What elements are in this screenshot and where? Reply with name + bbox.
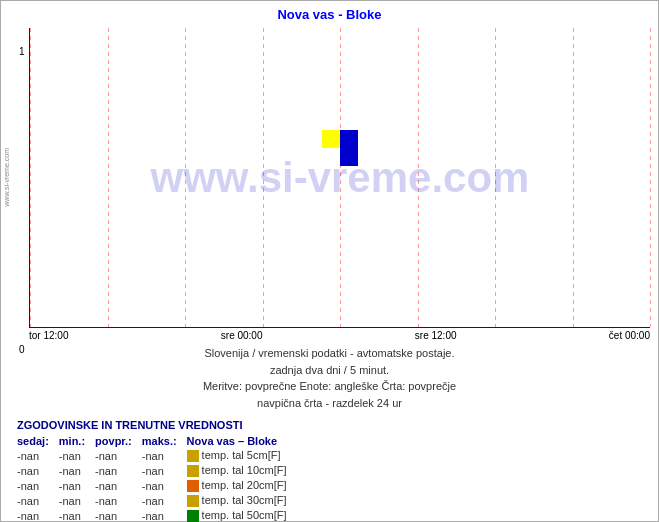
- table-cell: -nan: [95, 448, 142, 463]
- caption-area: Slovenija / vremenski podatki - avtomats…: [1, 345, 658, 411]
- side-watermark: www.si-vreme.com: [3, 148, 10, 207]
- table-cell: -nan: [142, 463, 187, 478]
- caption-line-2: Meritve: povprečne Enote: angleške Črta:…: [1, 378, 658, 395]
- table-cell: -nan: [95, 463, 142, 478]
- table-cell: -nan: [142, 508, 187, 522]
- table-row: -nan-nan-nan-nantemp. tal 50cm[F]: [17, 508, 297, 522]
- color-swatch: [187, 510, 199, 522]
- col-header-povpr: povpr.:: [95, 434, 142, 448]
- table-cell: -nan: [59, 493, 95, 508]
- y-label-top: 1: [19, 46, 25, 57]
- table-cell-label: temp. tal 5cm[F]: [187, 448, 297, 463]
- table-cell: -nan: [17, 493, 59, 508]
- table-cell: -nan: [59, 508, 95, 522]
- chart-area: www.si-vreme.com: [29, 28, 650, 328]
- x-label-3: čet 00:00: [609, 330, 650, 341]
- table-cell: -nan: [95, 493, 142, 508]
- x-label-2: sre 12:00: [415, 330, 457, 341]
- caption-line-3: navpična črta - razdelek 24 ur: [1, 395, 658, 412]
- table-cell-label: temp. tal 30cm[F]: [187, 493, 297, 508]
- table-row: -nan-nan-nan-nantemp. tal 10cm[F]: [17, 463, 297, 478]
- table-row: -nan-nan-nan-nantemp. tal 20cm[F]: [17, 478, 297, 493]
- col-header-station: Nova vas – Bloke: [187, 434, 297, 448]
- table-cell-label: temp. tal 50cm[F]: [187, 508, 297, 522]
- caption-line-0: Slovenija / vremenski podatki - avtomats…: [1, 345, 658, 362]
- table-row: -nan-nan-nan-nantemp. tal 30cm[F]: [17, 493, 297, 508]
- color-swatch: [187, 480, 199, 492]
- table-title: ZGODOVINSKE IN TRENUTNE VREDNOSTI: [17, 419, 658, 431]
- caption-line-1: zadnja dva dni / 5 minut.: [1, 362, 658, 379]
- table-cell: -nan: [17, 448, 59, 463]
- table-cell-label: temp. tal 20cm[F]: [187, 478, 297, 493]
- table-cell: -nan: [59, 448, 95, 463]
- x-labels: tor 12:00 sre 00:00 sre 12:00 čet 00:00: [29, 328, 650, 341]
- color-swatch: [187, 450, 199, 462]
- color-swatch: [187, 465, 199, 477]
- x-label-0: tor 12:00: [29, 330, 68, 341]
- table-cell: -nan: [59, 478, 95, 493]
- col-header-min: min.:: [59, 434, 95, 448]
- table-header-row: sedaj: min.: povpr.: maks.: Nova vas – B…: [17, 434, 297, 448]
- table-cell: -nan: [142, 478, 187, 493]
- main-container: Nova vas - Bloke www.si-vreme.com 1 0: [0, 0, 659, 522]
- table-row: -nan-nan-nan-nantemp. tal 5cm[F]: [17, 448, 297, 463]
- col-header-maks: maks.:: [142, 434, 187, 448]
- table-cell: -nan: [17, 463, 59, 478]
- table-section: ZGODOVINSKE IN TRENUTNE VREDNOSTI sedaj:…: [17, 419, 658, 522]
- logo-icon: [322, 130, 358, 166]
- table-cell: -nan: [142, 493, 187, 508]
- col-header-sedaj: sedaj:: [17, 434, 59, 448]
- table-cell: -nan: [142, 448, 187, 463]
- table-cell: -nan: [17, 508, 59, 522]
- table-cell: -nan: [59, 463, 95, 478]
- color-swatch: [187, 495, 199, 507]
- table-cell: -nan: [95, 478, 142, 493]
- chart-title: Nova vas - Bloke: [1, 1, 658, 24]
- table-cell: -nan: [17, 478, 59, 493]
- svg-marker-1: [340, 130, 358, 166]
- table-cell: -nan: [95, 508, 142, 522]
- data-table: sedaj: min.: povpr.: maks.: Nova vas – B…: [17, 434, 297, 522]
- table-cell-label: temp. tal 10cm[F]: [187, 463, 297, 478]
- svg-rect-0: [322, 130, 340, 148]
- x-label-1: sre 00:00: [221, 330, 263, 341]
